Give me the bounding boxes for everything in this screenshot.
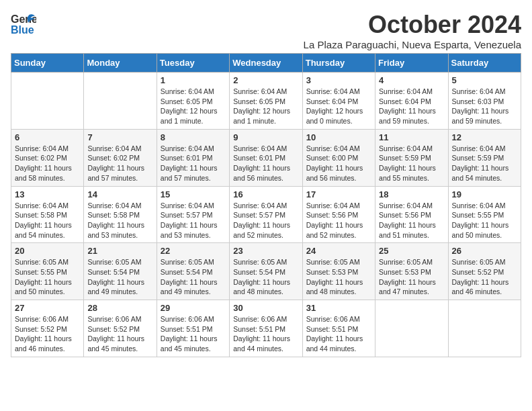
day-header-wednesday: Wednesday	[230, 54, 302, 73]
day-cell: 21Sunrise: 6:05 AMSunset: 5:54 PMDayligh…	[84, 243, 157, 300]
day-cell: 30Sunrise: 6:06 AMSunset: 5:51 PMDayligh…	[230, 300, 302, 357]
sunset-text: Sunset: 5:56 PM	[306, 211, 359, 219]
day-cell: 28Sunrise: 6:06 AMSunset: 5:52 PMDayligh…	[84, 300, 157, 357]
sunrise-text: Sunrise: 6:04 AM	[233, 87, 287, 95]
sunrise-text: Sunrise: 6:06 AM	[15, 315, 69, 323]
day-number: 17	[306, 189, 371, 199]
day-cell: 23Sunrise: 6:05 AMSunset: 5:54 PMDayligh…	[230, 243, 302, 300]
daylight-text: Daylight: 11 hours and 57 minutes.	[161, 164, 218, 182]
sunset-text: Sunset: 5:51 PM	[306, 325, 359, 333]
day-info: Sunrise: 6:04 AMSunset: 6:03 PMDaylight:…	[452, 87, 517, 126]
daylight-text: Daylight: 11 hours and 50 minutes.	[15, 278, 72, 296]
day-cell: 12Sunrise: 6:04 AMSunset: 5:59 PMDayligh…	[448, 129, 521, 186]
day-info: Sunrise: 6:06 AMSunset: 5:52 PMDaylight:…	[87, 314, 152, 354]
day-info: Sunrise: 6:04 AMSunset: 5:58 PMDaylight:…	[87, 201, 152, 240]
day-info: Sunrise: 6:04 AMSunset: 5:58 PMDaylight:…	[15, 201, 80, 240]
title-block: October 2024 La Plaza Paraguachi, Nueva …	[304, 11, 521, 50]
sunset-text: Sunset: 5:56 PM	[379, 211, 431, 219]
day-info: Sunrise: 6:05 AMSunset: 5:54 PMDaylight:…	[233, 257, 298, 297]
day-number: 28	[87, 303, 152, 313]
day-info: Sunrise: 6:06 AMSunset: 5:52 PMDaylight:…	[15, 314, 80, 354]
daylight-text: Daylight: 11 hours and 53 minutes.	[161, 221, 218, 239]
day-cell: 13Sunrise: 6:04 AMSunset: 5:58 PMDayligh…	[11, 186, 84, 243]
sunset-text: Sunset: 5:54 PM	[161, 268, 213, 276]
day-info: Sunrise: 6:05 AMSunset: 5:54 PMDaylight:…	[87, 257, 152, 297]
day-header-thursday: Thursday	[302, 54, 375, 73]
sunrise-text: Sunrise: 6:04 AM	[379, 87, 433, 95]
sunset-text: Sunset: 6:05 PM	[233, 97, 285, 105]
daylight-text: Daylight: 11 hours and 48 minutes.	[306, 278, 363, 296]
day-cell: 27Sunrise: 6:06 AMSunset: 5:52 PMDayligh…	[11, 300, 84, 357]
sunset-text: Sunset: 5:55 PM	[15, 268, 67, 276]
sunrise-text: Sunrise: 6:05 AM	[306, 258, 360, 266]
daylight-text: Daylight: 11 hours and 46 minutes.	[15, 334, 72, 353]
day-number: 18	[379, 189, 444, 199]
daylight-text: Daylight: 11 hours and 56 minutes.	[233, 164, 290, 182]
sunrise-text: Sunrise: 6:04 AM	[233, 144, 287, 152]
day-cell: 22Sunrise: 6:05 AMSunset: 5:54 PMDayligh…	[157, 243, 229, 300]
sunset-text: Sunset: 6:04 PM	[379, 97, 431, 105]
day-cell: 24Sunrise: 6:05 AMSunset: 5:53 PMDayligh…	[302, 243, 375, 300]
logo: General Blue	[11, 11, 38, 36]
sunrise-text: Sunrise: 6:04 AM	[161, 201, 214, 210]
sunrise-text: Sunrise: 6:04 AM	[379, 201, 433, 210]
sunrise-text: Sunrise: 6:06 AM	[306, 315, 360, 323]
day-number: 1	[161, 75, 226, 85]
sunrise-text: Sunrise: 6:04 AM	[306, 144, 360, 152]
day-number: 9	[233, 132, 298, 142]
day-number: 26	[452, 246, 517, 256]
sunset-text: Sunset: 5:59 PM	[452, 154, 504, 162]
sunset-text: Sunset: 5:58 PM	[87, 211, 140, 219]
day-header-tuesday: Tuesday	[157, 54, 229, 73]
day-number: 5	[452, 75, 517, 85]
sunset-text: Sunset: 5:58 PM	[15, 211, 67, 219]
day-info: Sunrise: 6:06 AMSunset: 5:51 PMDaylight:…	[233, 314, 298, 354]
day-number: 16	[233, 189, 298, 199]
day-cell: 2Sunrise: 6:04 AMSunset: 6:05 PMDaylight…	[230, 73, 302, 130]
day-number: 27	[15, 303, 80, 313]
daylight-text: Daylight: 11 hours and 59 minutes.	[452, 107, 509, 125]
sunset-text: Sunset: 5:59 PM	[379, 154, 431, 162]
daylight-text: Daylight: 11 hours and 45 minutes.	[87, 334, 144, 353]
week-row-2: 6Sunrise: 6:04 AMSunset: 6:02 PMDaylight…	[11, 129, 521, 186]
sunrise-text: Sunrise: 6:04 AM	[452, 87, 506, 95]
day-cell: 15Sunrise: 6:04 AMSunset: 5:57 PMDayligh…	[157, 186, 229, 243]
day-number: 11	[379, 132, 444, 142]
sunrise-text: Sunrise: 6:04 AM	[15, 201, 69, 210]
day-cell: 1Sunrise: 6:04 AMSunset: 6:05 PMDaylight…	[157, 73, 229, 130]
day-cell: 17Sunrise: 6:04 AMSunset: 5:56 PMDayligh…	[302, 186, 375, 243]
sunset-text: Sunset: 6:04 PM	[306, 97, 359, 105]
day-cell	[84, 73, 157, 130]
sunset-text: Sunset: 6:00 PM	[306, 154, 359, 162]
day-info: Sunrise: 6:04 AMSunset: 5:59 PMDaylight:…	[379, 144, 444, 183]
calendar-table: SundayMondayTuesdayWednesdayThursdayFrid…	[11, 53, 521, 357]
sunset-text: Sunset: 5:53 PM	[306, 268, 359, 276]
daylight-text: Daylight: 11 hours and 54 minutes.	[15, 221, 72, 239]
daylight-text: Daylight: 11 hours and 44 minutes.	[233, 334, 290, 353]
day-cell: 6Sunrise: 6:04 AMSunset: 6:02 PMDaylight…	[11, 129, 84, 186]
sunrise-text: Sunrise: 6:06 AM	[87, 315, 141, 323]
day-number: 24	[306, 246, 371, 256]
sunrise-text: Sunrise: 6:04 AM	[233, 201, 287, 210]
day-number: 8	[161, 132, 226, 142]
day-number: 3	[306, 75, 371, 85]
day-cell: 19Sunrise: 6:04 AMSunset: 5:55 PMDayligh…	[448, 186, 521, 243]
sunset-text: Sunset: 5:53 PM	[379, 268, 431, 276]
daylight-text: Daylight: 11 hours and 54 minutes.	[452, 164, 509, 182]
daylight-text: Daylight: 11 hours and 44 minutes.	[306, 334, 363, 353]
day-cell: 11Sunrise: 6:04 AMSunset: 5:59 PMDayligh…	[375, 129, 448, 186]
day-cell: 9Sunrise: 6:04 AMSunset: 6:01 PMDaylight…	[230, 129, 302, 186]
day-number: 12	[452, 132, 517, 142]
day-info: Sunrise: 6:06 AMSunset: 5:51 PMDaylight:…	[306, 314, 371, 354]
logo-icon: General Blue	[11, 11, 36, 36]
sunset-text: Sunset: 6:03 PM	[452, 97, 504, 105]
day-info: Sunrise: 6:05 AMSunset: 5:53 PMDaylight:…	[306, 257, 371, 297]
month-title: October 2024	[304, 11, 521, 39]
sunrise-text: Sunrise: 6:05 AM	[87, 258, 141, 266]
day-info: Sunrise: 6:05 AMSunset: 5:55 PMDaylight:…	[15, 257, 80, 297]
sunset-text: Sunset: 6:01 PM	[233, 154, 285, 162]
day-header-monday: Monday	[84, 54, 157, 73]
day-number: 6	[15, 132, 80, 142]
daylight-text: Daylight: 11 hours and 57 minutes.	[87, 164, 144, 182]
day-header-saturday: Saturday	[448, 54, 521, 73]
